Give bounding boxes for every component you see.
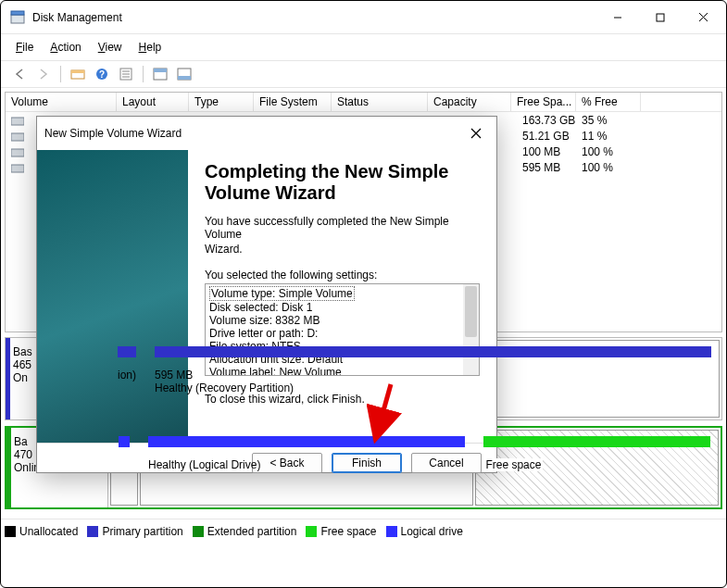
partition-logical[interactable]: Healthy (Logical Drive) xyxy=(140,430,473,506)
col-freespace[interactable]: Free Spa... xyxy=(511,93,576,111)
svg-text:?: ? xyxy=(99,69,105,80)
menu-action[interactable]: Action xyxy=(43,38,88,56)
properties-icon[interactable] xyxy=(115,64,137,84)
svg-rect-19 xyxy=(11,133,24,141)
partition-free-space[interactable]: Free space xyxy=(475,430,719,506)
window-title: Disk Management xyxy=(32,11,596,24)
close-button[interactable] xyxy=(682,5,724,31)
scrollbar[interactable] xyxy=(463,284,479,375)
svg-rect-21 xyxy=(11,165,24,172)
view-top-icon[interactable] xyxy=(149,64,171,84)
volume-icon xyxy=(11,146,24,157)
app-icon xyxy=(10,10,25,25)
svg-rect-18 xyxy=(11,118,24,125)
col-layout[interactable]: Layout xyxy=(117,93,189,111)
svg-rect-15 xyxy=(154,69,167,72)
maximize-button[interactable] xyxy=(639,5,682,31)
settings-icon[interactable] xyxy=(67,64,89,84)
wizard-heading: Completing the New Simple Volume Wizard xyxy=(205,161,480,204)
close-hint: To close this wizard, click Finish. xyxy=(205,393,480,406)
col-filesystem[interactable]: File System xyxy=(254,93,332,111)
col-volume[interactable]: Volume xyxy=(6,93,117,111)
col-status[interactable]: Status xyxy=(332,93,428,111)
volume-icon xyxy=(11,162,24,173)
toolbar: ? xyxy=(1,60,726,88)
forward-button[interactable] xyxy=(32,64,55,84)
help-icon[interactable]: ? xyxy=(91,64,113,84)
svg-rect-3 xyxy=(657,14,664,21)
menu-file[interactable]: File xyxy=(8,38,41,56)
window-titlebar: Disk Management xyxy=(1,1,726,34)
col-percentfree[interactable]: % Free xyxy=(576,93,641,111)
menu-help[interactable]: Help xyxy=(132,38,169,56)
settings-label: You selected the following settings: xyxy=(205,269,480,281)
view-bottom-icon[interactable] xyxy=(173,64,195,84)
svg-rect-17 xyxy=(178,76,191,80)
wizard-sidebar-image xyxy=(37,150,188,443)
volume-icon xyxy=(11,131,24,142)
new-simple-volume-wizard: New Simple Volume Wizard Completing the … xyxy=(36,116,497,473)
minimize-button[interactable] xyxy=(596,5,639,31)
settings-summary-box[interactable]: Volume type: Simple Volume Disk selected… xyxy=(205,283,480,376)
svg-rect-7 xyxy=(71,70,84,73)
legend: Unallocated Primary partition Extended p… xyxy=(1,519,726,544)
back-button[interactable] xyxy=(8,64,31,84)
menu-view[interactable]: View xyxy=(91,38,130,56)
wizard-close-button[interactable] xyxy=(463,122,489,144)
menubar: File Action View Help xyxy=(1,34,726,60)
col-type[interactable]: Type xyxy=(189,93,254,111)
svg-rect-20 xyxy=(11,149,24,156)
volume-icon xyxy=(11,115,24,126)
svg-rect-1 xyxy=(11,11,24,15)
svg-rect-0 xyxy=(11,15,24,23)
col-capacity[interactable]: Capacity xyxy=(428,93,511,111)
wizard-title: New Simple Volume Wizard xyxy=(44,127,463,140)
